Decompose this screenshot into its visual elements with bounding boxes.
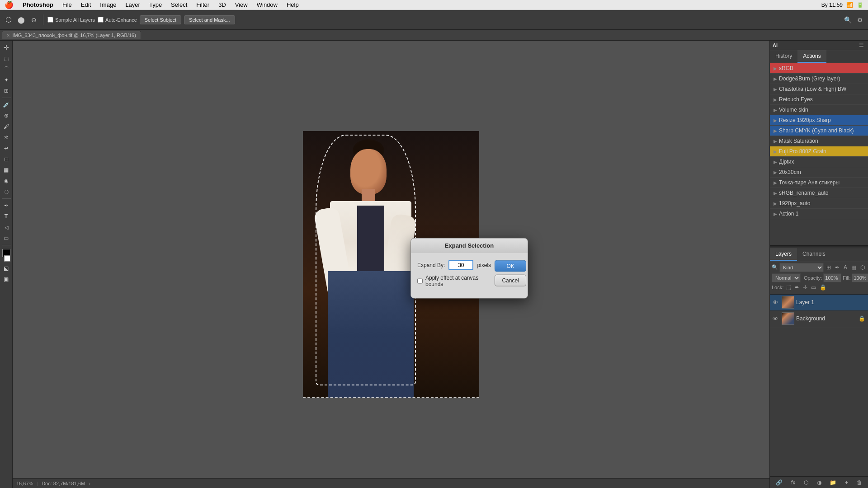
expand-by-input[interactable] (448, 260, 473, 270)
dialog-title: Expand Selection (411, 239, 528, 253)
menu-filter[interactable]: Filter (192, 1, 214, 8)
action-item[interactable]: ▶Дiptих (770, 157, 868, 167)
brush-tool-btn[interactable]: ⬤ (16, 15, 26, 25)
action-item[interactable]: ▶Retouch Eyes (770, 94, 868, 105)
menu-help[interactable]: Help (282, 1, 303, 8)
background-color[interactable] (4, 255, 10, 262)
lock-position-btn[interactable]: ✛ (802, 284, 809, 291)
eyedropper-tool[interactable]: 💉 (1, 100, 11, 110)
magic-wand-tool[interactable]: ✦ (1, 75, 11, 85)
layer-visibility-icon[interactable]: 👁 (773, 299, 780, 306)
apple-menu[interactable]: 🍎 (0, 0, 18, 9)
add-mask-btn[interactable]: ⬡ (802, 479, 810, 487)
menu-file[interactable]: File (58, 1, 76, 8)
brush-paint-tool[interactable]: 🖌 (1, 122, 11, 131)
layer-icon-1[interactable]: ⊞ (825, 264, 832, 271)
close-tab-icon[interactable]: × (7, 33, 9, 38)
menu-3d[interactable]: 3D (214, 1, 231, 8)
crop-tool[interactable]: ⊞ (1, 86, 11, 96)
auto-enhance-checkbox[interactable] (98, 17, 104, 23)
menu-type[interactable]: Type (145, 1, 166, 8)
cancel-button[interactable]: Cancel (495, 275, 526, 286)
canvas-bounds-checkbox[interactable] (417, 278, 423, 284)
type-tool[interactable]: T (1, 211, 11, 221)
action-item[interactable]: ▶sRGB_rename_auto (770, 188, 868, 198)
lock-artboard-btn[interactable]: ▭ (810, 284, 817, 291)
minus-btn[interactable]: ⊖ (29, 15, 39, 25)
panel-tabs-bottom: Layers Channels (770, 248, 868, 261)
path-tool[interactable]: ◁ (1, 222, 11, 232)
quick-mask-tool[interactable]: ⬕ (1, 263, 11, 273)
search-icon[interactable]: 🔍 (843, 16, 853, 24)
lasso-tool[interactable]: ⌒ (1, 64, 11, 74)
action-item[interactable]: ▶Volume skin (770, 105, 868, 115)
lock-all-btn[interactable]: 🔒 (818, 284, 828, 291)
delete-layer-btn[interactable]: 🗑 (855, 479, 864, 487)
ok-button[interactable]: OK (495, 260, 526, 272)
auto-enhance-label[interactable]: Auto-Enhance (98, 17, 137, 23)
menu-window[interactable]: Window (252, 1, 282, 8)
sample-all-layers-checkbox[interactable] (47, 17, 53, 23)
move-tool[interactable]: ✛ (1, 42, 11, 52)
tab-channels[interactable]: Channels (797, 248, 831, 261)
sample-all-layers-label[interactable]: Sample All Layers (47, 17, 95, 23)
link-layers-btn[interactable]: 🔗 (774, 479, 784, 487)
quick-select-tool[interactable]: ⬡ (4, 15, 14, 25)
layer-item[interactable]: 👁 Background 🔒 (770, 311, 868, 327)
screen-mode-tool[interactable]: ▣ (1, 274, 11, 284)
layer-icon-4[interactable]: ▦ (850, 264, 858, 271)
eraser-tool[interactable]: ◻ (1, 154, 11, 164)
lock-pixels-btn[interactable]: ✒ (793, 284, 801, 291)
blur-tool[interactable]: ◉ (1, 176, 11, 186)
settings-icon[interactable]: ⚙ (856, 16, 864, 24)
menu-select[interactable]: Select (166, 1, 192, 8)
action-item[interactable]: ▶sRGB (770, 63, 868, 74)
action-item[interactable]: ▶Resize 1920px Sharp (770, 115, 868, 126)
selection-tool[interactable]: ⬚ (1, 53, 11, 63)
action-item[interactable]: ▶Chastotka (Low & High) BW (770, 84, 868, 94)
dodge-tool[interactable]: ◌ (1, 187, 11, 197)
action-item[interactable]: ▶Точка-тире Аня стикеры (770, 178, 868, 188)
gradient-tool[interactable]: ▦ (1, 165, 11, 175)
action-item[interactable]: ▶Sharp CMYK (Cyan and Black) (770, 126, 868, 136)
menu-photoshop[interactable]: Photoshop (18, 1, 58, 8)
menu-image[interactable]: Image (95, 1, 121, 8)
opacity-input[interactable] (823, 273, 841, 282)
history-brush-tool[interactable]: ↩ (1, 143, 11, 153)
kind-select[interactable]: Kind (779, 263, 824, 272)
shape-tool[interactable]: ▭ (1, 233, 11, 243)
new-adjustment-btn[interactable]: ◑ (815, 479, 823, 487)
action-item[interactable]: ▶Action 1 (770, 209, 868, 219)
layer-icon-3[interactable]: A (842, 264, 849, 271)
new-group-btn[interactable]: 📁 (828, 479, 838, 487)
action-item[interactable]: ▶Mask Saturation (770, 136, 868, 146)
select-and-mask-button[interactable]: Select and Mask... (184, 15, 235, 24)
layer-icon-2[interactable]: ✒ (834, 264, 841, 271)
heal-tool[interactable]: ⊕ (1, 111, 11, 121)
action-item[interactable]: ▶Fuji Pro 800Z Grain (770, 146, 868, 157)
tab-layers[interactable]: Layers (770, 248, 797, 261)
layer-visibility-icon[interactable]: 👁 (773, 315, 780, 322)
menu-layer[interactable]: Layer (121, 1, 145, 8)
add-style-btn[interactable]: fx (789, 479, 797, 487)
action-item[interactable]: ▶20x30cm (770, 167, 868, 178)
left-toolbar-sep-3 (2, 245, 11, 245)
layer-icon-5[interactable]: ⬡ (859, 264, 866, 271)
file-tab[interactable]: × IMG_6343_плохой_фон.tif @ 16,7% (Layer… (2, 31, 141, 39)
status-arrow[interactable]: › (89, 481, 90, 486)
tab-actions[interactable]: Actions (797, 50, 826, 63)
clone-stamp-tool[interactable]: ✲ (1, 132, 11, 142)
panel-menu-btn[interactable]: ☰ (858, 42, 865, 49)
lock-transparent-btn[interactable]: ⬚ (785, 284, 793, 291)
pen-tool[interactable]: ✒ (1, 201, 11, 211)
layer-item[interactable]: 👁 Layer 1 (770, 295, 868, 311)
new-layer-btn[interactable]: + (843, 479, 850, 487)
select-subject-button[interactable]: Select Subject (140, 15, 181, 24)
menu-view[interactable]: View (231, 1, 252, 8)
action-item[interactable]: ▶Dodge&Burn (Grey layer) (770, 74, 868, 84)
menu-edit[interactable]: Edit (76, 1, 95, 8)
tab-history[interactable]: History (770, 50, 797, 63)
action-item[interactable]: ▶1920px_auto (770, 198, 868, 209)
blend-mode-select[interactable]: Normal (772, 273, 801, 282)
fill-input[interactable] (852, 273, 868, 282)
